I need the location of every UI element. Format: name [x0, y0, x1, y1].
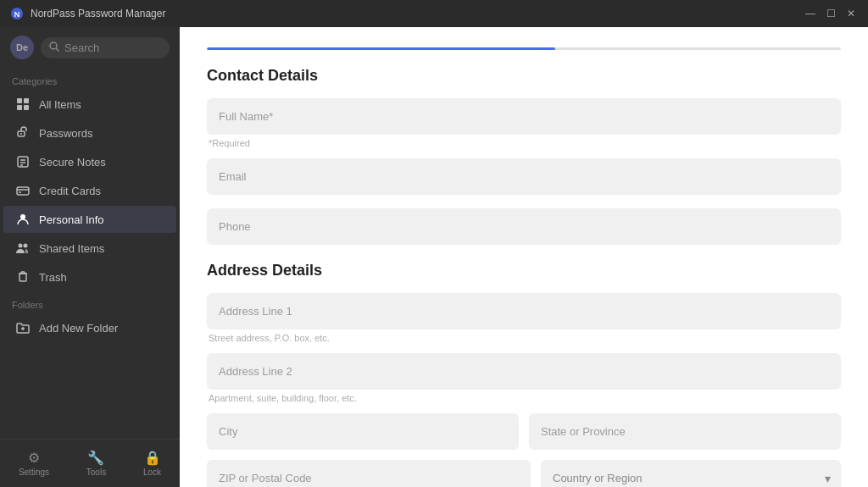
svg-point-19 [24, 244, 28, 248]
add-folder-label: Add New Folder [39, 322, 118, 335]
svg-rect-5 [24, 98, 29, 103]
svg-line-3 [57, 48, 59, 51]
search-icon [49, 42, 59, 54]
trash-icon [15, 269, 31, 285]
sidebar-top: De Search [0, 27, 180, 68]
zip-country-row: Country or Region United States United K… [207, 460, 841, 487]
key-icon [15, 125, 31, 141]
sidebar-footer: ⚙ Settings 🔧 Tools 🔒 Lock [0, 439, 180, 487]
add-folder-icon [15, 320, 31, 335]
sidebar-item-label: Trash [39, 271, 67, 284]
app-body: De Search Categories [0, 27, 868, 487]
sidebar-item-credit-cards[interactable]: Credit Cards [3, 177, 176, 204]
address2-field-group: Apartment, suite, building, floor, etc. [207, 353, 841, 403]
zip-input[interactable] [207, 460, 531, 487]
svg-text:N: N [14, 10, 20, 19]
sidebar-item-shared-items[interactable]: Shared Items [3, 235, 176, 262]
address1-field-group: Street address, P.O. box, etc. [207, 293, 841, 343]
sidebar-item-label: Secure Notes [39, 156, 106, 169]
main-content: Contact Details *Required Address Detail… [180, 27, 868, 487]
required-hint: *Required [207, 138, 841, 148]
settings-icon: ⚙ [28, 450, 40, 466]
tools-button[interactable]: 🔧 Tools [80, 446, 113, 480]
sidebar: De Search Categories [0, 27, 180, 487]
address-details-section: Address Details Street address, P.O. box… [207, 262, 841, 487]
sidebar-item-label: Passwords [39, 127, 93, 140]
card-icon [15, 183, 31, 198]
country-select[interactable]: Country or Region United States United K… [541, 460, 841, 487]
full-name-input[interactable] [207, 98, 841, 135]
tools-label: Tools [86, 468, 106, 477]
sidebar-item-add-folder[interactable]: Add New Folder [3, 314, 176, 341]
folders-label: Folders [0, 291, 180, 313]
contact-details-section: Contact Details *Required [207, 67, 841, 248]
address-section-title: Address Details [207, 262, 841, 279]
person-icon [15, 212, 31, 227]
progress-bar [207, 47, 841, 50]
search-label: Search [64, 42, 99, 54]
sidebar-item-label: All Items [39, 98, 81, 111]
note-icon [15, 154, 31, 169]
sidebar-item-label: Personal Info [39, 213, 104, 226]
sidebar-item-personal-info[interactable]: Personal Info [3, 206, 176, 233]
phone-field-group [207, 208, 841, 248]
search-box[interactable]: Search [41, 37, 170, 58]
sidebar-item-label: Credit Cards [39, 185, 101, 197]
close-button[interactable]: ✕ [844, 7, 858, 20]
svg-point-17 [20, 214, 25, 219]
tools-icon: 🔧 [87, 450, 104, 466]
svg-rect-14 [17, 187, 29, 195]
address2-hint: Apartment, suite, building, floor, etc. [207, 393, 841, 403]
grid-icon [15, 97, 31, 112]
lock-icon: 🔒 [144, 450, 161, 466]
shared-icon [15, 241, 31, 256]
sidebar-item-trash[interactable]: Trash [3, 263, 176, 291]
state-input[interactable] [529, 413, 841, 450]
contact-section-title: Contact Details [207, 67, 841, 85]
svg-rect-6 [17, 105, 22, 110]
progress-fill [207, 47, 555, 50]
city-state-row [207, 413, 841, 450]
lock-label: Lock [143, 468, 161, 477]
svg-point-9 [20, 133, 22, 135]
sidebar-item-secure-notes[interactable]: Secure Notes [3, 148, 176, 175]
address1-hint: Street address, P.O. box, etc. [207, 333, 841, 343]
avatar-search-row: De Search [10, 36, 170, 59]
titlebar: N NordPass Password Manager — ☐ ✕ [0, 0, 868, 27]
avatar[interactable]: De [10, 36, 34, 59]
svg-rect-20 [19, 274, 26, 281]
svg-point-18 [19, 244, 23, 248]
sidebar-item-label: Shared Items [39, 242, 104, 255]
maximize-button[interactable]: ☐ [824, 7, 837, 20]
address2-input[interactable] [207, 353, 841, 390]
app-title: NordPass Password Manager [31, 8, 165, 19]
settings-button[interactable]: ⚙ Settings [12, 446, 56, 480]
address1-input[interactable] [207, 293, 841, 329]
settings-label: Settings [19, 468, 49, 477]
full-name-field-group: *Required [207, 98, 841, 148]
city-input[interactable] [207, 413, 519, 450]
categories-label: Categories [0, 68, 180, 90]
phone-input[interactable] [207, 208, 841, 245]
lock-button[interactable]: 🔒 Lock [136, 446, 168, 480]
minimize-button[interactable]: — [804, 7, 817, 20]
sidebar-item-all-items[interactable]: All Items [3, 91, 176, 118]
svg-rect-7 [24, 105, 29, 110]
window-controls: — ☐ ✕ [804, 7, 858, 20]
country-select-wrapper: Country or Region United States United K… [541, 460, 841, 487]
svg-rect-4 [17, 98, 22, 103]
titlebar-left: N NordPass Password Manager [10, 7, 165, 20]
sidebar-item-passwords[interactable]: Passwords [3, 119, 176, 147]
svg-point-2 [50, 42, 57, 49]
email-field-group [207, 158, 841, 198]
app-logo: N [10, 7, 24, 20]
email-input[interactable] [207, 158, 841, 195]
